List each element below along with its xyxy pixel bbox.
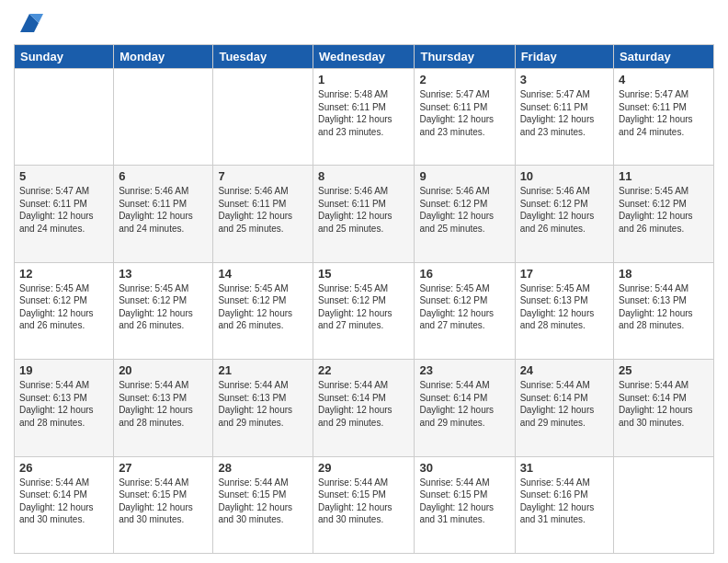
calendar-header-thursday: Thursday bbox=[415, 45, 515, 69]
calendar-header-wednesday: Wednesday bbox=[313, 45, 415, 69]
calendar-header-sunday: Sunday bbox=[15, 45, 114, 69]
day-number: 4 bbox=[619, 73, 709, 86]
calendar-cell: 7Sunrise: 5:46 AM Sunset: 6:11 PM Daylig… bbox=[213, 166, 313, 262]
calendar-cell: 2Sunrise: 5:47 AM Sunset: 6:11 PM Daylig… bbox=[415, 69, 515, 166]
calendar-week-row: 12Sunrise: 5:45 AM Sunset: 6:12 PM Dayli… bbox=[15, 262, 714, 359]
calendar-cell: 23Sunrise: 5:44 AM Sunset: 6:14 PM Dayli… bbox=[415, 360, 515, 456]
day-info: Sunrise: 5:46 AM Sunset: 6:11 PM Dayligh… bbox=[318, 185, 409, 235]
day-number: 3 bbox=[520, 73, 609, 86]
calendar-week-row: 5Sunrise: 5:47 AM Sunset: 6:11 PM Daylig… bbox=[15, 166, 714, 262]
day-number: 2 bbox=[419, 73, 509, 86]
day-number: 7 bbox=[218, 169, 308, 183]
day-info: Sunrise: 5:45 AM Sunset: 6:12 PM Dayligh… bbox=[119, 282, 208, 332]
calendar-cell: 29Sunrise: 5:44 AM Sunset: 6:15 PM Dayli… bbox=[313, 456, 415, 553]
calendar-cell bbox=[114, 69, 213, 166]
day-info: Sunrise: 5:46 AM Sunset: 6:11 PM Dayligh… bbox=[119, 185, 208, 235]
day-info: Sunrise: 5:45 AM Sunset: 6:12 PM Dayligh… bbox=[419, 282, 509, 332]
calendar-cell: 28Sunrise: 5:44 AM Sunset: 6:15 PM Dayli… bbox=[213, 456, 313, 553]
calendar-header-saturday: Saturday bbox=[614, 45, 714, 69]
calendar-cell: 4Sunrise: 5:47 AM Sunset: 6:11 PM Daylig… bbox=[614, 69, 714, 166]
day-info: Sunrise: 5:44 AM Sunset: 6:14 PM Dayligh… bbox=[619, 379, 709, 429]
day-number: 21 bbox=[218, 363, 308, 377]
day-number: 30 bbox=[419, 461, 509, 475]
day-number: 16 bbox=[419, 267, 509, 281]
calendar-cell: 19Sunrise: 5:44 AM Sunset: 6:13 PM Dayli… bbox=[15, 360, 114, 456]
calendar-cell: 20Sunrise: 5:44 AM Sunset: 6:13 PM Dayli… bbox=[114, 360, 213, 456]
calendar-header-row: SundayMondayTuesdayWednesdayThursdayFrid… bbox=[15, 45, 714, 69]
day-info: Sunrise: 5:44 AM Sunset: 6:13 PM Dayligh… bbox=[19, 379, 108, 429]
calendar-cell: 9Sunrise: 5:46 AM Sunset: 6:12 PM Daylig… bbox=[415, 166, 515, 262]
calendar-cell: 27Sunrise: 5:44 AM Sunset: 6:15 PM Dayli… bbox=[114, 456, 213, 553]
day-number: 31 bbox=[520, 461, 609, 475]
day-number: 13 bbox=[119, 267, 208, 281]
day-number: 9 bbox=[419, 169, 509, 183]
day-info: Sunrise: 5:45 AM Sunset: 6:12 PM Dayligh… bbox=[19, 282, 108, 332]
day-number: 1 bbox=[318, 73, 409, 86]
day-number: 18 bbox=[619, 267, 709, 281]
day-info: Sunrise: 5:45 AM Sunset: 6:12 PM Dayligh… bbox=[619, 185, 709, 235]
day-info: Sunrise: 5:46 AM Sunset: 6:12 PM Dayligh… bbox=[419, 185, 509, 235]
calendar: SundayMondayTuesdayWednesdayThursdayFrid… bbox=[14, 44, 714, 554]
day-number: 15 bbox=[318, 267, 409, 281]
calendar-cell: 13Sunrise: 5:45 AM Sunset: 6:12 PM Dayli… bbox=[114, 262, 213, 359]
day-number: 12 bbox=[19, 267, 108, 281]
logo bbox=[14, 9, 43, 37]
calendar-cell: 18Sunrise: 5:44 AM Sunset: 6:13 PM Dayli… bbox=[614, 262, 714, 359]
day-number: 28 bbox=[218, 461, 308, 475]
calendar-cell: 8Sunrise: 5:46 AM Sunset: 6:11 PM Daylig… bbox=[313, 166, 415, 262]
day-info: Sunrise: 5:44 AM Sunset: 6:13 PM Dayligh… bbox=[619, 282, 709, 332]
day-info: Sunrise: 5:47 AM Sunset: 6:11 PM Dayligh… bbox=[419, 88, 509, 138]
day-info: Sunrise: 5:44 AM Sunset: 6:14 PM Dayligh… bbox=[318, 379, 409, 429]
calendar-cell: 21Sunrise: 5:44 AM Sunset: 6:13 PM Dayli… bbox=[213, 360, 313, 456]
day-info: Sunrise: 5:44 AM Sunset: 6:14 PM Dayligh… bbox=[520, 379, 609, 429]
calendar-header-friday: Friday bbox=[515, 45, 613, 69]
day-info: Sunrise: 5:44 AM Sunset: 6:15 PM Dayligh… bbox=[318, 477, 409, 526]
header bbox=[14, 9, 714, 37]
day-info: Sunrise: 5:47 AM Sunset: 6:11 PM Dayligh… bbox=[520, 88, 609, 138]
calendar-cell: 30Sunrise: 5:44 AM Sunset: 6:15 PM Dayli… bbox=[415, 456, 515, 553]
day-info: Sunrise: 5:48 AM Sunset: 6:11 PM Dayligh… bbox=[318, 88, 409, 138]
day-info: Sunrise: 5:44 AM Sunset: 6:15 PM Dayligh… bbox=[119, 477, 208, 526]
calendar-cell: 12Sunrise: 5:45 AM Sunset: 6:12 PM Dayli… bbox=[15, 262, 114, 359]
calendar-cell: 31Sunrise: 5:44 AM Sunset: 6:16 PM Dayli… bbox=[515, 456, 613, 553]
day-info: Sunrise: 5:44 AM Sunset: 6:15 PM Dayligh… bbox=[419, 477, 509, 526]
day-info: Sunrise: 5:44 AM Sunset: 6:16 PM Dayligh… bbox=[520, 477, 609, 526]
day-info: Sunrise: 5:45 AM Sunset: 6:12 PM Dayligh… bbox=[318, 282, 409, 332]
calendar-week-row: 26Sunrise: 5:44 AM Sunset: 6:14 PM Dayli… bbox=[15, 456, 714, 553]
day-number: 24 bbox=[520, 363, 609, 377]
day-number: 11 bbox=[619, 169, 709, 183]
calendar-cell: 24Sunrise: 5:44 AM Sunset: 6:14 PM Dayli… bbox=[515, 360, 613, 456]
day-number: 19 bbox=[19, 363, 108, 377]
day-info: Sunrise: 5:46 AM Sunset: 6:12 PM Dayligh… bbox=[520, 185, 609, 235]
calendar-cell: 10Sunrise: 5:46 AM Sunset: 6:12 PM Dayli… bbox=[515, 166, 613, 262]
day-number: 6 bbox=[119, 169, 208, 183]
calendar-cell bbox=[614, 456, 714, 553]
calendar-cell: 6Sunrise: 5:46 AM Sunset: 6:11 PM Daylig… bbox=[114, 166, 213, 262]
day-number: 8 bbox=[318, 169, 409, 183]
calendar-cell: 11Sunrise: 5:45 AM Sunset: 6:12 PM Dayli… bbox=[614, 166, 714, 262]
day-info: Sunrise: 5:44 AM Sunset: 6:15 PM Dayligh… bbox=[218, 477, 308, 526]
day-number: 5 bbox=[19, 169, 108, 183]
day-info: Sunrise: 5:44 AM Sunset: 6:14 PM Dayligh… bbox=[19, 477, 108, 526]
day-info: Sunrise: 5:44 AM Sunset: 6:13 PM Dayligh… bbox=[119, 379, 208, 429]
calendar-cell: 1Sunrise: 5:48 AM Sunset: 6:11 PM Daylig… bbox=[313, 69, 415, 166]
page: SundayMondayTuesdayWednesdayThursdayFrid… bbox=[0, 0, 728, 563]
calendar-cell: 5Sunrise: 5:47 AM Sunset: 6:11 PM Daylig… bbox=[15, 166, 114, 262]
day-number: 20 bbox=[119, 363, 208, 377]
calendar-cell bbox=[213, 69, 313, 166]
calendar-cell: 25Sunrise: 5:44 AM Sunset: 6:14 PM Dayli… bbox=[614, 360, 714, 456]
calendar-week-row: 1Sunrise: 5:48 AM Sunset: 6:11 PM Daylig… bbox=[15, 69, 714, 166]
day-info: Sunrise: 5:47 AM Sunset: 6:11 PM Dayligh… bbox=[619, 88, 709, 138]
calendar-week-row: 19Sunrise: 5:44 AM Sunset: 6:13 PM Dayli… bbox=[15, 360, 714, 456]
calendar-cell: 14Sunrise: 5:45 AM Sunset: 6:12 PM Dayli… bbox=[213, 262, 313, 359]
calendar-cell: 15Sunrise: 5:45 AM Sunset: 6:12 PM Dayli… bbox=[313, 262, 415, 359]
day-number: 25 bbox=[619, 363, 709, 377]
calendar-cell: 26Sunrise: 5:44 AM Sunset: 6:14 PM Dayli… bbox=[15, 456, 114, 553]
day-number: 29 bbox=[318, 461, 409, 475]
calendar-cell: 17Sunrise: 5:45 AM Sunset: 6:13 PM Dayli… bbox=[515, 262, 613, 359]
day-number: 14 bbox=[218, 267, 308, 281]
day-number: 10 bbox=[520, 169, 609, 183]
calendar-cell bbox=[15, 69, 114, 166]
day-number: 23 bbox=[419, 363, 509, 377]
day-info: Sunrise: 5:44 AM Sunset: 6:14 PM Dayligh… bbox=[419, 379, 509, 429]
